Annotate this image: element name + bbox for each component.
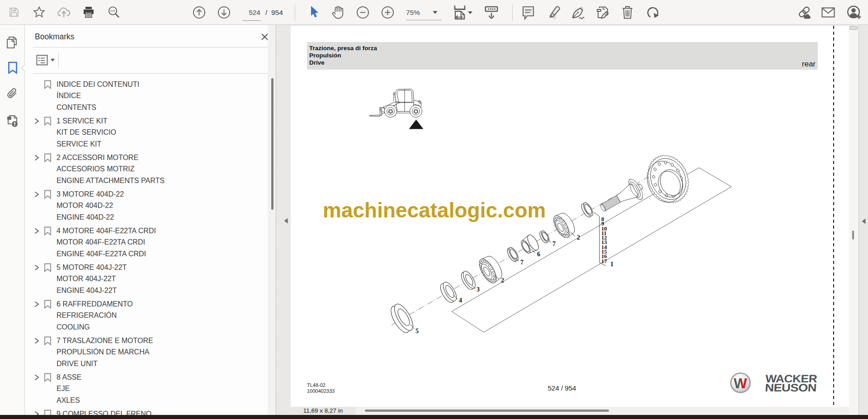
svg-text:2: 2	[577, 234, 580, 241]
svg-text:7: 7	[520, 259, 524, 266]
svg-text:6: 6	[537, 251, 540, 258]
svg-text:17: 17	[601, 258, 607, 264]
svg-text:4: 4	[459, 297, 462, 304]
svg-text:7: 7	[552, 240, 556, 247]
svg-text:5: 5	[415, 328, 419, 334]
svg-text:3: 3	[476, 286, 480, 293]
svg-text:NEUSON: NEUSON	[764, 381, 816, 394]
svg-text:1: 1	[610, 261, 613, 268]
svg-text:2: 2	[501, 277, 504, 284]
